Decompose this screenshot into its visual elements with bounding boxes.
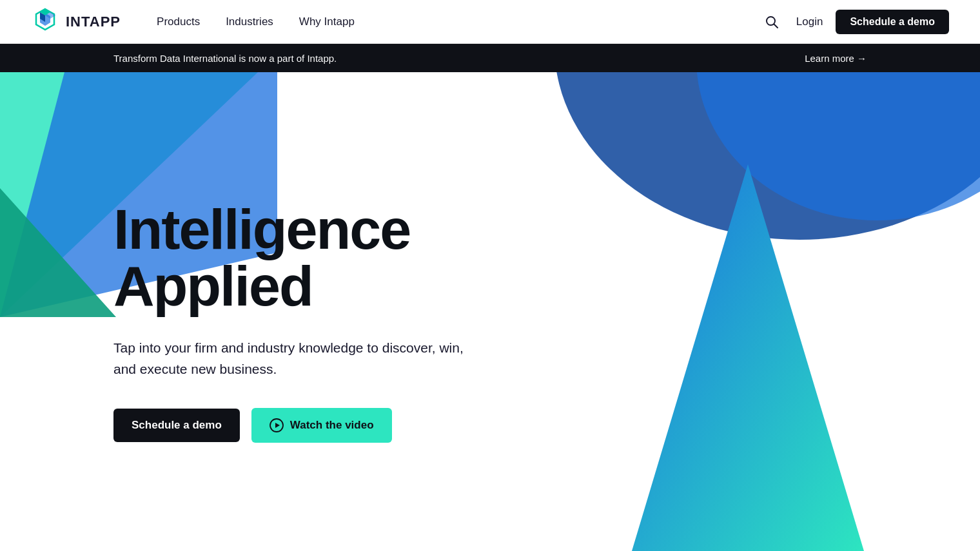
search-button[interactable]	[760, 10, 783, 34]
nav-item-industries[interactable]: Industries	[215, 10, 284, 34]
search-icon	[765, 15, 779, 29]
hero-section: Intelligence Applied Tap into your firm …	[0, 72, 980, 551]
login-link[interactable]: Login	[796, 15, 823, 28]
hero-subtitle: Tap into your firm and industry knowledg…	[113, 338, 487, 380]
banner-message: Transform Data International is now a pa…	[113, 53, 337, 64]
navbar: INTAPP Products Industries Why Intapp Lo…	[0, 0, 980, 44]
svg-marker-12	[632, 164, 864, 551]
nav-item-why-intapp[interactable]: Why Intapp	[289, 10, 365, 34]
svg-marker-14	[275, 423, 280, 428]
schedule-demo-hero-button[interactable]: Schedule a demo	[113, 409, 240, 442]
hero-shape-bottom-right	[554, 164, 941, 551]
nav-item-products[interactable]: Products	[146, 10, 210, 34]
hero-cta-buttons: Schedule a demo Watch the video	[113, 408, 487, 443]
svg-line-6	[774, 24, 778, 28]
logo-text: INTAPP	[66, 14, 121, 30]
logo-link[interactable]: INTAPP	[31, 8, 121, 36]
watch-video-button[interactable]: Watch the video	[251, 408, 392, 443]
hero-title: Intelligence Applied	[113, 201, 487, 314]
play-icon	[270, 418, 284, 432]
hero-content: Intelligence Applied Tap into your firm …	[113, 201, 487, 443]
schedule-demo-nav-button[interactable]: Schedule a demo	[836, 10, 949, 34]
intapp-logo-icon	[31, 8, 59, 36]
nav-right: Login Schedule a demo	[760, 10, 949, 34]
banner-learn-more-link[interactable]: Learn more →	[805, 53, 867, 64]
nav-links: Products Industries Why Intapp	[146, 10, 760, 34]
announcement-banner: Transform Data International is now a pa…	[0, 44, 980, 72]
